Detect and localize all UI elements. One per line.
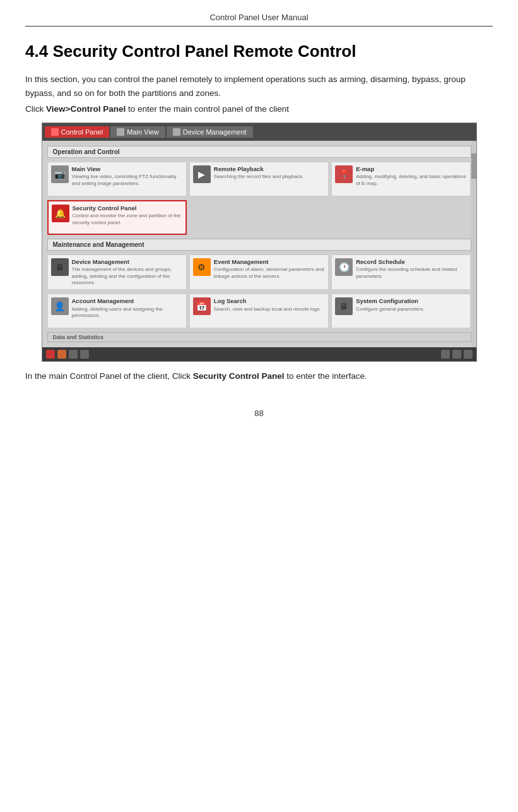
- emap-icon: 📍: [335, 165, 353, 183]
- status-icon-alarm: [46, 350, 55, 359]
- device-icon: 🖥: [51, 258, 69, 276]
- status-icon-close: [464, 350, 473, 359]
- status-icon-warning: [57, 350, 66, 359]
- item-main-view[interactable]: 📷 Main View Viewing live video, controll…: [47, 162, 187, 196]
- section-maintenance-management: Maintenance and Management: [47, 239, 471, 251]
- remote-playback-icon: ▶: [193, 165, 211, 183]
- record-icon: 🕐: [335, 258, 353, 276]
- operation-grid-row2: 🔔 Security Control Panel Control and mon…: [47, 200, 471, 235]
- intro-paragraph: In this section, you can control the pan…: [25, 73, 493, 100]
- software-screenshot: Control Panel Main View Device Managemen…: [42, 122, 477, 362]
- item-remote-playback[interactable]: ▶ Remote Playback Searching the record f…: [189, 162, 329, 196]
- software-content: Operation and Control 📷 Main View Viewin…: [42, 141, 476, 348]
- item-device-management[interactable]: 🖥 Device Management The management of th…: [47, 254, 187, 290]
- section-title: 4.4 Security Control Panel Remote Contro…: [25, 42, 493, 61]
- device-management-tab-icon: [173, 128, 180, 136]
- operation-grid: 📷 Main View Viewing live video, controll…: [47, 162, 471, 196]
- tab-main-view[interactable]: Main View: [110, 126, 165, 138]
- item-log-search[interactable]: 📅 Log Search Search, view and backup loc…: [189, 294, 329, 328]
- scrollbar-thumb[interactable]: [471, 153, 476, 179]
- section-operation-control: Operation and Control: [47, 146, 471, 158]
- header-title: Control Panel User Manual: [209, 13, 308, 22]
- scrollbar[interactable]: [471, 141, 476, 348]
- item-account-management[interactable]: 👤 Account Management Adding, deleting us…: [47, 294, 187, 328]
- status-icon-camera: [69, 350, 78, 359]
- item-emap[interactable]: 📍 E-map Adding, modifying, deleting, and…: [331, 162, 471, 196]
- page-header: Control Panel User Manual: [25, 13, 493, 27]
- software-statusbar: [42, 347, 476, 361]
- page-number: 88: [25, 409, 493, 418]
- item-system-configuration[interactable]: 🖥 System Configuration Configure general…: [331, 294, 471, 328]
- event-icon: ⚙: [193, 258, 211, 276]
- tab-device-management[interactable]: Device Management: [167, 126, 253, 138]
- main-view-icon: 📷: [51, 165, 69, 183]
- bottom-instruction: In the main Control Panel of the client,…: [25, 369, 493, 383]
- item-event-management[interactable]: ⚙ Event Management Configuration of alar…: [189, 254, 329, 290]
- log-icon: 📅: [193, 297, 211, 315]
- status-icon-pin: [441, 350, 450, 359]
- item-security-control-panel[interactable]: 🔔 Security Control Panel Control and mon…: [47, 200, 187, 235]
- control-panel-tab-icon: [51, 128, 59, 136]
- status-icon-info: [80, 350, 89, 359]
- click-instruction: Click View>Control Panel to enter the ma…: [25, 102, 493, 116]
- main-view-tab-icon: [117, 128, 124, 136]
- maintenance-grid-row2: 👤 Account Management Adding, deleting us…: [47, 294, 471, 328]
- security-icon: 🔔: [52, 205, 69, 222]
- partial-section-data-statistics: Data and Statistics: [47, 332, 471, 342]
- item-record-schedule[interactable]: 🕐 Record Schedule Configure the recordin…: [331, 254, 471, 290]
- tab-control-panel[interactable]: Control Panel: [45, 126, 110, 138]
- sysconfig-icon: 🖥: [335, 297, 353, 315]
- status-icon-minimize: [452, 350, 461, 359]
- maintenance-grid-row1: 🖥 Device Management The management of th…: [47, 254, 471, 290]
- software-nav: Control Panel Main View Device Managemen…: [42, 123, 476, 141]
- account-icon: 👤: [51, 297, 69, 315]
